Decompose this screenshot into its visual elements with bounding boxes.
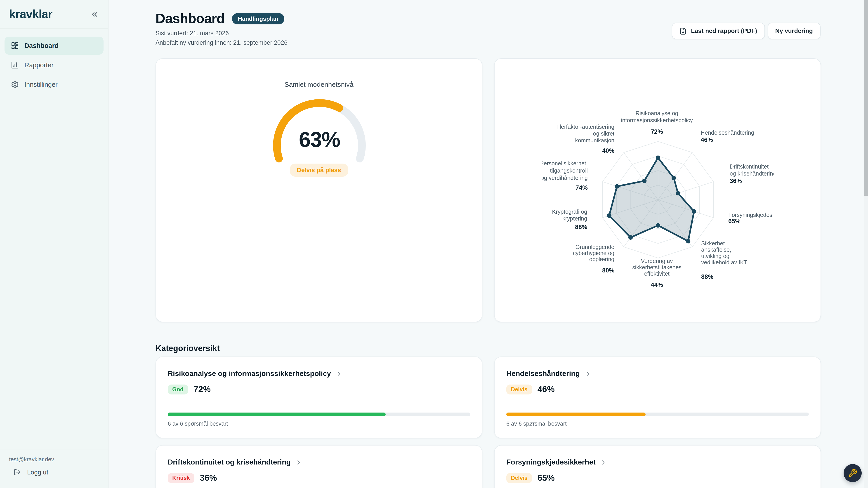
svg-text:Forsyningskjedesikkerhet: Forsyningskjedesikkerhet xyxy=(728,212,774,218)
svg-text:kryptering: kryptering xyxy=(562,215,587,222)
section-title: Kategorioversikt xyxy=(156,344,220,353)
category-percentage: 36% xyxy=(200,473,217,483)
chevron-right-icon xyxy=(336,370,342,377)
category-card-risikoanalyse[interactable]: Risikoanalyse og informasjonssikkerhetsp… xyxy=(156,357,483,438)
svg-text:og verdihåndtering: og verdihåndtering xyxy=(542,175,588,181)
logout-button[interactable]: Logg ut xyxy=(13,468,99,476)
download-report-label: Last ned rapport (PDF) xyxy=(691,28,757,34)
status-badge: Delvis xyxy=(506,385,532,394)
svg-text:44%: 44% xyxy=(651,282,663,288)
recommended-next-text: Anbefalt ny vurdering innen: 21. septemb… xyxy=(156,38,287,47)
svg-text:sikkerhetstiltakenes: sikkerhetstiltakenes xyxy=(632,264,682,270)
category-card-title: Driftskontinuitet og krisehåndtering xyxy=(168,458,291,466)
category-percentage: 65% xyxy=(537,473,555,483)
svg-text:og krisehåndtering: og krisehåndtering xyxy=(730,170,774,177)
svg-text:cyberhygiene og: cyberhygiene og xyxy=(573,250,614,256)
svg-text:tilgangskontroll: tilgangskontroll xyxy=(550,167,588,174)
svg-text:effektivitet: effektivitet xyxy=(644,270,670,277)
sidebar-collapse-button[interactable] xyxy=(89,9,100,20)
svg-text:anskaffelse,: anskaffelse, xyxy=(701,247,731,253)
category-percentage: 46% xyxy=(537,385,555,394)
svg-text:65%: 65% xyxy=(728,218,741,225)
svg-text:informasjonssikkerhetspolicy: informasjonssikkerhetspolicy xyxy=(621,117,693,123)
category-percentage: 72% xyxy=(193,385,211,394)
progress-fill xyxy=(506,413,645,416)
svg-text:Sikkerhet i: Sikkerhet i xyxy=(701,240,727,247)
gear-icon xyxy=(11,80,19,89)
svg-text:Hendelseshåndtering: Hendelseshåndtering xyxy=(701,129,754,136)
chevrons-left-icon xyxy=(90,10,99,19)
svg-text:og sikret: og sikret xyxy=(593,130,615,137)
maturity-gauge-chart: 63% xyxy=(156,72,483,230)
bar-chart-icon xyxy=(11,61,19,69)
sidebar-item-rapporter[interactable]: Rapporter xyxy=(4,56,103,74)
dev-tools-fab[interactable] xyxy=(844,464,862,482)
page-title: Dashboard xyxy=(156,11,225,26)
sidebar-footer: test@kravklar.dev Logg ut xyxy=(0,450,108,476)
svg-text:Grunnleggende: Grunnleggende xyxy=(576,244,614,250)
status-badge: Kritisk xyxy=(168,473,194,483)
category-card-title: Hendelseshåndtering xyxy=(506,369,580,378)
layout-dashboard-icon xyxy=(11,41,19,50)
chevron-right-icon xyxy=(584,370,591,377)
answered-count: 6 av 6 spørsmål besvart xyxy=(168,421,228,427)
svg-text:utvikling og: utvikling og xyxy=(701,253,730,259)
logout-icon xyxy=(13,468,21,476)
app-logo: kravklar xyxy=(9,7,53,21)
svg-text:74%: 74% xyxy=(576,184,588,191)
sidebar-item-label: Rapporter xyxy=(24,61,54,69)
progress-track xyxy=(168,413,470,416)
sidebar-item-label: Innstillinger xyxy=(24,81,58,88)
svg-text:72%: 72% xyxy=(651,128,663,135)
svg-text:Flerfaktor-autentisering: Flerfaktor-autentisering xyxy=(556,124,614,130)
maturity-gauge-card: Samlet modenhetsnivå 63% Delvis på plass xyxy=(156,58,483,322)
category-card-hendelseshandtering[interactable]: Hendelseshåndtering Delvis 46% 6 av 6 sp… xyxy=(494,357,821,438)
logout-label: Logg ut xyxy=(27,468,48,476)
svg-text:40%: 40% xyxy=(602,147,614,154)
svg-text:kommunikasjon: kommunikasjon xyxy=(575,137,614,143)
status-badge: God xyxy=(168,385,188,394)
svg-text:Kryptografi og: Kryptografi og xyxy=(552,208,587,215)
new-assessment-button[interactable]: Ny vurdering xyxy=(767,23,820,39)
status-badge: Delvis xyxy=(506,473,532,483)
sidebar-item-label: Dashboard xyxy=(24,42,59,49)
svg-text:opplæring: opplæring xyxy=(589,256,614,262)
sidebar-item-dashboard[interactable]: Dashboard xyxy=(4,37,103,55)
header-actions: Last ned rapport (PDF) Ny vurdering xyxy=(672,23,820,39)
svg-text:Vurdering av: Vurdering av xyxy=(641,258,673,264)
app-window: kravklar Dashboard xyxy=(0,0,868,488)
sidebar-nav: Dashboard Rapporter Innstillinger xyxy=(0,29,108,94)
sidebar-header: kravklar xyxy=(0,0,108,29)
svg-text:88%: 88% xyxy=(575,224,587,230)
last-assessed-text: Sist vurdert: 21. mars 2026 xyxy=(156,29,287,38)
svg-text:36%: 36% xyxy=(730,177,742,184)
category-card-title: Risikoanalyse og informasjonssikkerhetsp… xyxy=(168,369,331,378)
new-assessment-label: Ny vurdering xyxy=(775,28,813,34)
plan-badge: Handlingsplan xyxy=(232,13,284,24)
category-card-forsyningskjedesikkerhet[interactable]: Forsyningskjedesikkerhet Delvis 65% xyxy=(494,445,821,488)
page-header: Dashboard Handlingsplan Sist vurdert: 21… xyxy=(156,11,287,47)
progress-track xyxy=(506,413,809,416)
svg-text:80%: 80% xyxy=(602,267,614,274)
wrench-icon xyxy=(848,468,857,478)
chevron-right-icon xyxy=(600,459,607,466)
answered-count: 6 av 6 spørsmål besvart xyxy=(506,421,567,427)
scrollbar-thumb[interactable] xyxy=(864,0,868,196)
svg-text:88%: 88% xyxy=(701,273,713,280)
svg-text:63%: 63% xyxy=(299,128,340,151)
sidebar: kravklar Dashboard xyxy=(0,0,108,488)
progress-fill xyxy=(168,413,385,416)
file-download-icon xyxy=(680,27,687,35)
svg-text:Driftskontinuitet: Driftskontinuitet xyxy=(730,163,769,170)
svg-text:vedlikehold av IKT: vedlikehold av IKT xyxy=(701,259,747,265)
category-card-driftskontinuitet[interactable]: Driftskontinuitet og krisehåndtering Kri… xyxy=(156,445,483,488)
svg-text:Personellsikkerhet,: Personellsikkerhet, xyxy=(542,160,588,166)
gauge-status-badge: Delvis på plass xyxy=(289,164,348,177)
chevron-right-icon xyxy=(295,459,302,466)
main-content: Dashboard Handlingsplan Sist vurdert: 21… xyxy=(108,0,868,488)
page-scrollbar xyxy=(864,0,868,488)
svg-text:Risikoanalyse og: Risikoanalyse og xyxy=(636,110,678,116)
category-radar-card: Risikoanalyse oginformasjonssikkerhetspo… xyxy=(494,58,821,322)
sidebar-item-innstillinger[interactable]: Innstillinger xyxy=(4,75,103,94)
download-report-button[interactable]: Last ned rapport (PDF) xyxy=(672,23,765,39)
